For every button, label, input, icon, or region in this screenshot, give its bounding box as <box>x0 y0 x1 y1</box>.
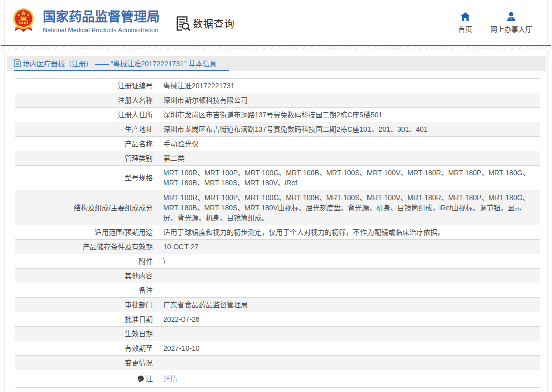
table-row: 注册人名称 深圳市斯尔顿科技有限公司 <box>15 93 540 108</box>
row-label: 管理类别 <box>15 151 158 166</box>
table-row: 适用范围/预期用途 适用于球镜度和视力的初步测定，仅用于个人对视力的初筛，不作为… <box>15 225 540 240</box>
row-label: 注册人住所 <box>15 108 158 122</box>
table-row: 审批部门 广东省食品药品监督管理局 <box>15 298 540 312</box>
site-title: 国家药品监督管理局 <box>43 10 160 24</box>
row-value: 手动验光仪 <box>158 137 540 151</box>
row-label: 生产地址 <box>15 122 158 137</box>
row-value: 详情 <box>158 370 540 388</box>
row-label: 生效日期 <box>15 327 158 341</box>
page-title: 境内医疗器械（注册） —— “粤械注准20172221731” 基本信息 <box>14 56 229 71</box>
row-value: 适用于球镜度和视力的初步测定，仅用于个人对视力的初筛，不作为配镜或临床治疗依据。 <box>158 225 540 240</box>
table-row: 生产地址 深圳市龙岗区布吉街道布澜路137号赛兔数码科技园二期2栋C座101、2… <box>15 122 540 137</box>
table-row: 型号规格 MRT-100R、MRT-100P、MRT-100G、MRT-100B… <box>15 166 540 190</box>
row-label: 注册证编号 <box>15 79 158 93</box>
row-value: 深圳市斯尔顿科技有限公司 <box>158 93 540 108</box>
row-label: 批准日期 <box>15 312 158 327</box>
table-row-note: 注 详情 <box>15 370 540 388</box>
row-label: 审批部门 <box>15 298 158 312</box>
table-row: 批准日期 2022-07-26 <box>15 312 540 327</box>
nav-service-hall-label: 网上办事大厅 <box>490 24 532 34</box>
row-value: 10-OCT-27 <box>158 240 540 254</box>
row-label: 附件 <box>15 254 158 269</box>
page-container: 国家药品监督管理局 National Medical Products Admi… <box>4 0 548 392</box>
row-value <box>158 269 540 283</box>
registration-info-table: 注册证编号 粤械注准20172221731 注册人名称 深圳市斯尔顿科技有限公司… <box>15 78 540 388</box>
page-title-text: 境内医疗器械（注册） —— “粤械注准20172221731” 基本信息 <box>23 58 217 68</box>
row-label: 变更情况 <box>15 356 158 370</box>
note-bubble-icon <box>137 375 144 383</box>
nav-home-label: 首页 <box>458 24 472 34</box>
data-query-section[interactable]: 数据查询 <box>176 16 235 31</box>
table-row: 其他内容 <box>15 269 540 283</box>
logo-text: 国家药品监督管理局 National Medical Products Admi… <box>43 8 160 34</box>
top-nav: 首页 网上办事大厅 <box>458 12 532 34</box>
table-row: 产品储存条件及有效期 10-OCT-27 <box>15 240 540 254</box>
row-label: 型号规格 <box>15 166 158 190</box>
table-row: 管理类别 第二类 <box>15 151 540 166</box>
table-row: 注册证编号 粤械注准20172221731 <box>15 79 540 93</box>
page-title-bar: 境内医疗器械（注册） —— “粤械注准20172221731” 基本信息 <box>7 56 546 71</box>
row-label: 有效期至 <box>15 341 158 356</box>
row-value: 深圳市龙岗区布吉街道布澜路137号赛兔数码科技园二期2栋C座101、201、30… <box>158 122 540 137</box>
note-label: 注 <box>146 375 153 383</box>
data-query-label: 数据查询 <box>193 16 235 31</box>
site-subtitle: National Medical Products Administration <box>43 27 160 34</box>
row-value: 粤械注准20172221731 <box>158 79 540 93</box>
detail-link[interactable]: 详情 <box>163 375 177 383</box>
document-search-icon <box>176 16 191 31</box>
table-row: 生效日期 <box>15 327 540 341</box>
row-label: 其他内容 <box>15 269 158 283</box>
row-value: 广东省食品药品监督管理局 <box>158 298 540 312</box>
row-value: 深圳市龙岗区布吉街道布澜路137号赛兔数码科技园二期2栋C座5楼501 <box>158 108 540 122</box>
table-row: 注册人住所 深圳市龙岗区布吉街道布澜路137号赛兔数码科技园二期2栋C座5楼50… <box>15 108 540 122</box>
table-row: 有效期至 2027-10-10 <box>15 341 540 356</box>
row-value: 第二类 <box>158 151 540 166</box>
table-row: 产品名称 手动验光仪 <box>15 137 540 151</box>
row-value <box>158 356 540 370</box>
row-label: 注册人名称 <box>15 93 158 108</box>
hatch-stripe-band <box>1 46 551 50</box>
site-header: 国家药品监督管理局 National Medical Products Admi… <box>5 0 547 45</box>
site-logo[interactable]: 国家药品监督管理局 National Medical Products Admi… <box>12 8 160 34</box>
row-value <box>158 283 540 298</box>
document-icon <box>14 59 21 67</box>
row-value: MRT-100R、MRT-100P、MRT-100G、MRT-100B、MRT-… <box>158 190 540 225</box>
row-value: 2022-07-26 <box>158 312 540 327</box>
person-icon <box>506 12 517 22</box>
table-row: 变更情况 <box>15 356 540 370</box>
row-value: MRT-100R、MRT-100P、MRT-100G、MRT-100B、MRT-… <box>158 166 540 190</box>
row-label: 备注 <box>15 283 158 298</box>
nav-item-service-hall[interactable]: 网上办事大厅 <box>490 12 532 34</box>
table-row: 备注 <box>15 283 540 298</box>
row-value: 2027-10-10 <box>158 341 540 356</box>
row-value: \ <box>158 254 540 269</box>
row-label: 适用范围/预期用途 <box>15 225 158 240</box>
nav-item-home[interactable]: 首页 <box>458 12 472 34</box>
row-label: 注 <box>15 370 158 388</box>
row-label: 产品名称 <box>15 137 158 151</box>
table-row: 结构及组成/主要组成成分 MRT-100R、MRT-100P、MRT-100G、… <box>15 190 540 225</box>
home-icon <box>460 12 471 22</box>
national-emblem-icon <box>12 8 35 33</box>
row-label: 结构及组成/主要组成成分 <box>15 190 158 225</box>
row-label: 产品储存条件及有效期 <box>15 240 158 254</box>
table-row: 附件 \ <box>15 254 540 269</box>
row-value <box>158 327 540 341</box>
